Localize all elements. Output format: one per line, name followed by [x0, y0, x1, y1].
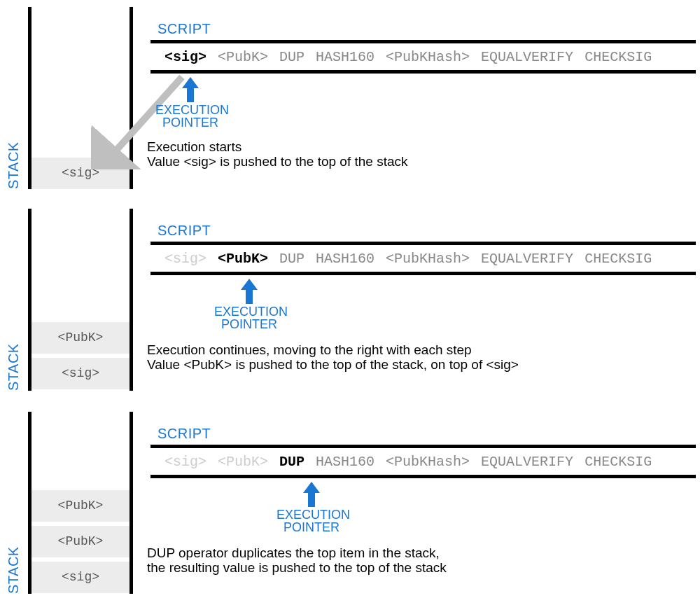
- tok-hash160: HASH160: [316, 49, 374, 65]
- tok-pubkhash: <PubKHash>: [386, 251, 470, 267]
- tok-pubk: <PubK>: [218, 251, 268, 267]
- tok-checksig: CHECKSIG: [584, 454, 652, 470]
- stack-label: STACK: [6, 141, 22, 189]
- tok-hash160: HASH160: [316, 454, 374, 470]
- execution-pointer: EXECUTIONPOINTER: [155, 77, 225, 129]
- tok-sig: <sig>: [164, 454, 206, 470]
- tok-dup: DUP: [279, 454, 304, 470]
- step-desc: Execution starts Value <sig> is pushed t…: [147, 140, 408, 169]
- stack-item: <PubK>: [31, 322, 130, 354]
- tok-checksig: CHECKSIG: [584, 49, 652, 65]
- stack-box: <PubK> <sig>: [28, 209, 133, 391]
- script-band: <sig> <PubK> DUP HASH160 <PubKHash> EQUA…: [150, 445, 696, 478]
- script-band: <sig> <PubK> DUP HASH160 <PubKHash> EQUA…: [150, 242, 696, 275]
- tok-equalverify: EQUALVERIFY: [481, 49, 573, 65]
- tok-dup: DUP: [279, 49, 304, 65]
- stack-label: STACK: [6, 546, 22, 594]
- tok-pubkhash: <PubKHash>: [386, 454, 470, 470]
- stack-item: <PubK>: [31, 526, 130, 557]
- step-desc: Execution continues, moving to the right…: [147, 343, 519, 372]
- tok-checksig: CHECKSIG: [584, 251, 652, 267]
- tok-pubkhash: <PubKHash>: [386, 49, 470, 65]
- tok-pubk: <PubK>: [218, 454, 268, 470]
- pointer-label: EXECUTIONPOINTER: [155, 103, 229, 130]
- arrow-up-icon: [303, 482, 320, 507]
- tok-pubk: <PubK>: [218, 49, 268, 65]
- script-band: <sig> <PubK> DUP HASH160 <PubKHash> EQUA…: [150, 40, 696, 74]
- execution-pointer: EXECUTIONPOINTER: [276, 482, 346, 534]
- step-desc: DUP operator duplicates the top item in …: [147, 546, 447, 575]
- pointer-label: EXECUTIONPOINTER: [214, 305, 288, 331]
- execution-pointer: EXECUTIONPOINTER: [214, 279, 284, 331]
- stack-box: <PubK> <PubK> <sig>: [28, 412, 133, 594]
- tok-hash160: HASH160: [316, 251, 374, 267]
- tok-dup: DUP: [279, 251, 304, 267]
- tok-sig: <sig>: [164, 251, 206, 267]
- script-label: SCRIPT: [158, 21, 211, 37]
- arrow-up-icon: [182, 77, 199, 102]
- tok-sig: <sig>: [164, 49, 206, 65]
- stack-item: <sig>: [31, 358, 130, 389]
- stack-item: <sig>: [31, 562, 130, 593]
- script-label: SCRIPT: [158, 223, 211, 239]
- stack-item: <PubK>: [31, 490, 130, 522]
- arrow-up-icon: [241, 279, 258, 304]
- pointer-label: EXECUTIONPOINTER: [276, 508, 350, 534]
- tok-equalverify: EQUALVERIFY: [481, 251, 573, 267]
- script-label: SCRIPT: [158, 426, 211, 442]
- stack-label: STACK: [6, 343, 22, 391]
- tok-equalverify: EQUALVERIFY: [481, 454, 573, 470]
